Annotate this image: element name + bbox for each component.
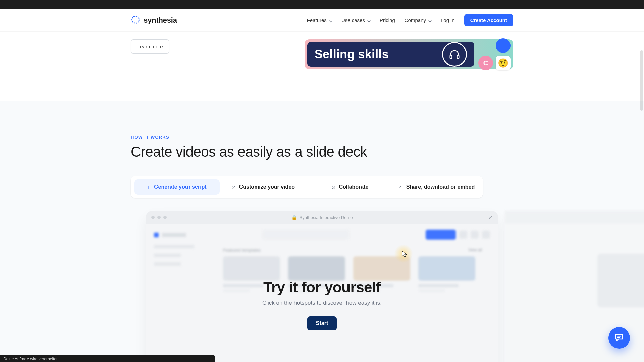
overlay-subtitle: Click on the hotspots to discover how ea… (262, 300, 382, 306)
learn-more-button[interactable]: Learn more (131, 39, 169, 54)
headphones-icon (442, 42, 467, 67)
chevron-down-icon (367, 19, 370, 22)
chat-widget-button[interactable] (608, 327, 630, 349)
nav-pricing-label: Pricing (380, 17, 395, 23)
start-button[interactable]: Start (307, 316, 337, 330)
step-number: 2 (232, 184, 235, 190)
section-headline: Create videos as easily as a slide deck (131, 144, 513, 160)
step-collaborate[interactable]: 3 Collaborate (308, 179, 393, 195)
emoji-chip: 🤨 (496, 56, 511, 70)
logo-icon (131, 15, 140, 26)
browser-top-bar (0, 0, 644, 9)
create-account-button[interactable]: Create Account (464, 14, 513, 26)
step-generate-script[interactable]: 1 Generate your script (134, 179, 220, 195)
hero-card: Selling skills C 🤨 (305, 39, 513, 69)
step-customize-video[interactable]: 2 Customize your video (221, 179, 307, 195)
scrollbar[interactable] (640, 50, 643, 111)
logo[interactable]: synthesia (131, 15, 177, 26)
step-number: 3 (332, 184, 335, 190)
svg-point-0 (132, 16, 139, 23)
step-number: 1 (147, 184, 150, 190)
nav-company-label: Company (405, 17, 426, 23)
nav-usecases-label: Use cases (341, 17, 365, 23)
main-nav: Features Use cases Pricing Company Log I… (307, 14, 513, 26)
chevron-down-icon (329, 19, 332, 22)
nav-usecases[interactable]: Use cases (341, 17, 370, 23)
step-label: Collaborate (339, 184, 368, 190)
chevron-down-icon (428, 19, 431, 22)
logo-text: synthesia (144, 16, 177, 25)
hero-card-title: Selling skills (315, 47, 389, 61)
nav-features[interactable]: Features (307, 17, 332, 23)
nav-features-label: Features (307, 17, 327, 23)
avatar-chip: C (478, 56, 493, 70)
steps-tabs: 1 Generate your script 2 Customize your … (131, 176, 483, 198)
reaction-chip-blue (496, 38, 511, 53)
overlay-title: Try it for yourself (263, 279, 381, 296)
section-eyebrow: HOW IT WORKS (131, 135, 513, 140)
nav-company[interactable]: Company (405, 17, 431, 23)
site-header: synthesia Features Use cases Pricing Com… (131, 9, 513, 31)
demo-window: 🔒 Synthesia Interactive Demo ⤢ (146, 211, 498, 362)
step-number: 4 (399, 184, 402, 190)
step-share[interactable]: 4 Share, download or embed (394, 179, 480, 195)
step-label: Share, download or embed (406, 184, 475, 190)
step-label: Customize your video (239, 184, 295, 190)
demo-overlay: Try it for yourself Click on the hotspot… (146, 211, 498, 362)
step-label: Generate your script (154, 184, 207, 190)
nav-login[interactable]: Log In (441, 17, 455, 23)
chat-icon (614, 332, 624, 344)
nav-pricing[interactable]: Pricing (380, 17, 395, 23)
